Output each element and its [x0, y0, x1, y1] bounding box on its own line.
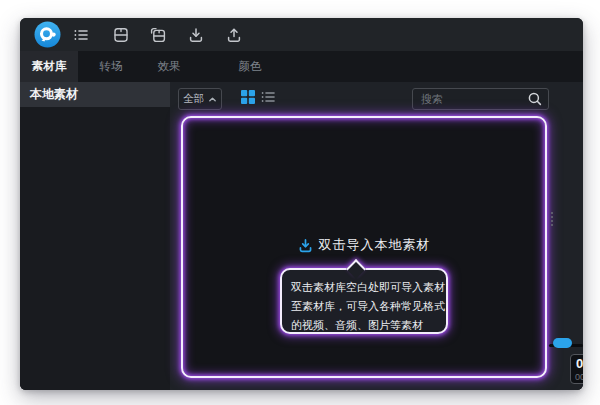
sidebar-item-local-material[interactable]: 本地素材	[20, 82, 170, 107]
list-view-icon	[260, 89, 276, 105]
app-logo-icon[interactable]	[34, 21, 61, 48]
panel-resize-handle[interactable]	[551, 212, 553, 226]
filter-dropdown[interactable]: 全部	[178, 88, 222, 110]
save-icon[interactable]	[113, 27, 129, 43]
app-window: 素材库 转场 效果 颜色 本地素材 全部	[20, 18, 583, 390]
tab-bar: 素材库 转场 效果 颜色	[20, 51, 583, 82]
grid-view-icon	[240, 89, 256, 105]
tab-material-library[interactable]: 素材库	[20, 51, 78, 82]
search-icon[interactable]	[527, 91, 543, 107]
tooltip-line: 的视频、音频、图片等素材	[291, 316, 438, 335]
dropzone-hint-text: 双击导入本地素材	[319, 236, 431, 254]
tab-label: 转场	[100, 59, 123, 74]
tooltip-text: 双击素材库空白处即可导入素材 至素材库，可导入各种常见格式 的视频、音频、图片等…	[282, 270, 446, 335]
export-icon[interactable]	[226, 27, 242, 43]
timecode-main: 0	[576, 356, 583, 371]
save-as-icon[interactable]	[150, 27, 166, 43]
timecode-display: 0 00	[570, 354, 583, 384]
toolbar	[20, 18, 583, 52]
timecode-sub: 00	[575, 372, 583, 382]
tooltip-line: 双击素材库空白处即可导入素材	[291, 278, 438, 297]
tooltip: 双击素材库空白处即可导入素材 至素材库，可导入各种常见格式 的视频、音频、图片等…	[280, 268, 448, 334]
menu-icon[interactable]	[73, 27, 89, 43]
filter-label: 全部	[183, 92, 204, 106]
slider-thumb[interactable]	[553, 338, 572, 348]
tab-colors[interactable]: 颜色	[221, 51, 279, 82]
tab-effects[interactable]: 效果	[140, 51, 198, 82]
tooltip-line: 至素材库，可导入各种常见格式	[291, 297, 438, 316]
list-view-button[interactable]	[260, 89, 276, 105]
grid-view-button[interactable]	[240, 89, 256, 105]
tab-transitions[interactable]: 转场	[82, 51, 140, 82]
dropzone-hint: 双击导入本地素材	[183, 236, 545, 254]
import-icon[interactable]	[188, 27, 204, 43]
chevron-up-icon	[208, 95, 217, 104]
import-dropzone[interactable]: 双击导入本地素材	[181, 116, 547, 378]
tab-label: 颜色	[239, 59, 262, 74]
desktop-background: 素材库 转场 效果 颜色 本地素材 全部	[0, 0, 600, 405]
library-panel: 全部	[170, 82, 583, 390]
tab-label: 效果	[158, 59, 181, 74]
tab-label: 素材库	[32, 59, 67, 74]
search-input[interactable]	[413, 93, 527, 105]
panel-body: 本地素材 全部	[20, 82, 583, 390]
sidebar: 本地素材	[20, 82, 170, 390]
import-blue-icon	[298, 238, 313, 253]
search-box	[412, 88, 549, 110]
